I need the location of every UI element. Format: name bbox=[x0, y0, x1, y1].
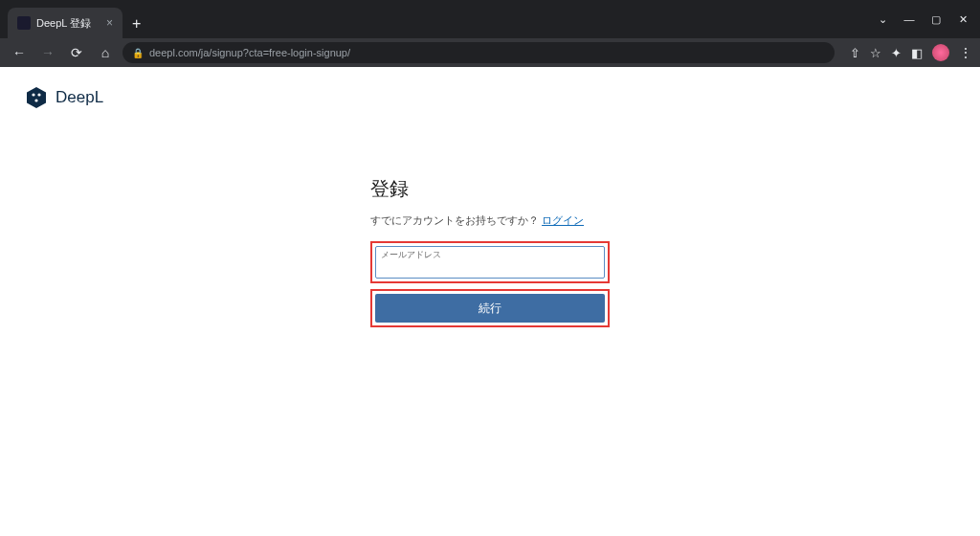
new-tab-button[interactable]: + bbox=[132, 15, 141, 33]
share-icon[interactable]: ⇧ bbox=[850, 46, 860, 60]
login-link[interactable]: ログイン bbox=[542, 214, 584, 226]
svg-marker-0 bbox=[27, 87, 46, 108]
brand[interactable]: DeepL bbox=[25, 86, 955, 109]
close-window-button[interactable]: ✕ bbox=[949, 10, 976, 29]
email-highlight: メールアドレス bbox=[370, 241, 610, 283]
email-label: メールアドレス bbox=[381, 249, 441, 261]
apps-icon[interactable]: ◧ bbox=[911, 46, 923, 60]
browser-tab-strip: DeepL 登録 × + ⌄ — ▢ ✕ bbox=[0, 0, 980, 38]
subtitle-text: すでにアカウントをお持ちですか？ bbox=[370, 214, 542, 226]
reload-button[interactable]: ⟳ bbox=[65, 45, 88, 60]
continue-button[interactable]: 続行 bbox=[375, 294, 605, 323]
svg-point-2 bbox=[37, 93, 40, 96]
back-button[interactable]: ← bbox=[8, 45, 31, 60]
svg-point-1 bbox=[32, 93, 34, 96]
extensions-icon[interactable]: ✦ bbox=[891, 46, 902, 60]
svg-point-3 bbox=[34, 99, 37, 101]
deepl-logo-icon bbox=[25, 86, 48, 109]
close-tab-icon[interactable]: × bbox=[106, 16, 113, 30]
chevron-down-icon[interactable]: ⌄ bbox=[869, 10, 896, 29]
star-icon[interactable]: ☆ bbox=[870, 46, 881, 60]
home-button[interactable]: ⌂ bbox=[94, 45, 117, 60]
brand-name: DeepL bbox=[56, 88, 103, 107]
maximize-button[interactable]: ▢ bbox=[923, 10, 949, 29]
window-controls: ⌄ — ▢ ✕ bbox=[869, 0, 980, 38]
avatar[interactable] bbox=[932, 44, 949, 61]
lock-icon: 🔒 bbox=[132, 48, 144, 58]
tab-title: DeepL 登録 bbox=[36, 16, 100, 31]
submit-highlight: 続行 bbox=[370, 289, 610, 327]
menu-icon[interactable]: ⋮ bbox=[959, 45, 972, 60]
browser-tab[interactable]: DeepL 登録 × bbox=[8, 8, 122, 38]
address-bar[interactable]: 🔒 deepl.com/ja/signup?cta=free-login-sig… bbox=[122, 42, 835, 63]
subtitle: すでにアカウントをお持ちですか？ ログイン bbox=[370, 213, 610, 228]
favicon-icon bbox=[17, 16, 31, 30]
minimize-button[interactable]: — bbox=[896, 10, 923, 29]
toolbar-right: ⇧ ☆ ✦ ◧ ⋮ bbox=[850, 44, 972, 61]
page-title: 登録 bbox=[370, 176, 610, 202]
browser-toolbar: ← → ⟳ ⌂ 🔒 deepl.com/ja/signup?cta=free-l… bbox=[0, 38, 980, 67]
signup-form: 登録 すでにアカウントをお持ちですか？ ログイン メールアドレス 続行 bbox=[370, 176, 610, 327]
url-text: deepl.com/ja/signup?cta=free-login-signu… bbox=[149, 47, 350, 58]
page-content: DeepL 登録 すでにアカウントをお持ちですか？ ログイン メールアドレス 続… bbox=[0, 67, 980, 536]
email-field-wrap: メールアドレス bbox=[375, 246, 605, 279]
forward-button[interactable]: → bbox=[36, 45, 59, 60]
